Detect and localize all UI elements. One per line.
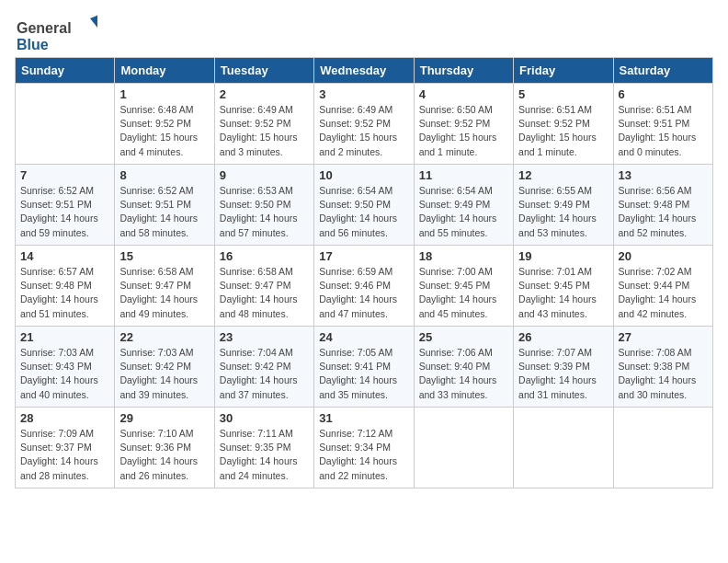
day-number: 7 xyxy=(20,168,109,182)
day-number: 4 xyxy=(419,87,508,101)
day-number: 11 xyxy=(419,168,508,182)
day-cell: 28Sunrise: 7:09 AM Sunset: 9:37 PM Dayli… xyxy=(16,408,115,488)
day-number: 2 xyxy=(220,87,309,101)
day-cell: 6Sunrise: 6:51 AM Sunset: 9:51 PM Daylig… xyxy=(613,84,712,165)
week-row-1: 7Sunrise: 6:52 AM Sunset: 9:51 PM Daylig… xyxy=(16,165,713,246)
calendar-table: SundayMondayTuesdayWednesdayThursdayFrid… xyxy=(15,57,713,488)
week-row-0: 1Sunrise: 6:48 AM Sunset: 9:52 PM Daylig… xyxy=(16,84,713,165)
day-cell xyxy=(613,408,712,488)
header: General Blue xyxy=(15,15,713,53)
day-info: Sunrise: 6:54 AM Sunset: 9:50 PM Dayligh… xyxy=(319,184,408,240)
day-info: Sunrise: 6:58 AM Sunset: 9:47 PM Dayligh… xyxy=(119,265,209,321)
day-info: Sunrise: 7:12 AM Sunset: 9:34 PM Dayligh… xyxy=(319,427,408,483)
day-number: 29 xyxy=(119,411,209,425)
day-number: 28 xyxy=(20,411,109,425)
day-cell: 24Sunrise: 7:05 AM Sunset: 9:41 PM Dayli… xyxy=(314,327,414,408)
day-info: Sunrise: 7:11 AM Sunset: 9:35 PM Dayligh… xyxy=(220,427,309,483)
day-number: 21 xyxy=(20,330,109,344)
weekday-tuesday: Tuesday xyxy=(214,58,313,84)
day-number: 27 xyxy=(619,330,708,344)
day-number: 3 xyxy=(319,87,408,101)
day-info: Sunrise: 6:54 AM Sunset: 9:49 PM Dayligh… xyxy=(419,184,508,240)
day-number: 15 xyxy=(119,249,209,263)
day-cell: 17Sunrise: 6:59 AM Sunset: 9:46 PM Dayli… xyxy=(314,246,414,327)
day-cell: 2Sunrise: 6:49 AM Sunset: 9:52 PM Daylig… xyxy=(214,84,313,165)
day-info: Sunrise: 7:08 AM Sunset: 9:38 PM Dayligh… xyxy=(619,346,708,402)
day-cell: 22Sunrise: 7:03 AM Sunset: 9:42 PM Dayli… xyxy=(115,327,214,408)
day-cell: 12Sunrise: 6:55 AM Sunset: 9:49 PM Dayli… xyxy=(514,165,613,246)
weekday-wednesday: Wednesday xyxy=(314,58,414,84)
day-number: 8 xyxy=(119,168,209,182)
day-cell: 7Sunrise: 6:52 AM Sunset: 9:51 PM Daylig… xyxy=(16,165,115,246)
day-cell: 18Sunrise: 7:00 AM Sunset: 9:45 PM Dayli… xyxy=(414,246,513,327)
day-info: Sunrise: 7:05 AM Sunset: 9:41 PM Dayligh… xyxy=(319,346,408,402)
day-cell: 4Sunrise: 6:50 AM Sunset: 9:52 PM Daylig… xyxy=(414,84,513,165)
day-cell: 31Sunrise: 7:12 AM Sunset: 9:34 PM Dayli… xyxy=(314,408,414,488)
weekday-saturday: Saturday xyxy=(613,58,712,84)
day-info: Sunrise: 7:07 AM Sunset: 9:39 PM Dayligh… xyxy=(518,346,608,402)
day-info: Sunrise: 7:09 AM Sunset: 9:37 PM Dayligh… xyxy=(20,427,109,483)
day-number: 30 xyxy=(220,411,309,425)
day-cell: 26Sunrise: 7:07 AM Sunset: 9:39 PM Dayli… xyxy=(514,327,613,408)
weekday-sunday: Sunday xyxy=(16,58,115,84)
day-cell: 20Sunrise: 7:02 AM Sunset: 9:44 PM Dayli… xyxy=(613,246,712,327)
day-info: Sunrise: 7:06 AM Sunset: 9:40 PM Dayligh… xyxy=(419,346,508,402)
day-info: Sunrise: 7:04 AM Sunset: 9:42 PM Dayligh… xyxy=(220,346,309,402)
day-number: 26 xyxy=(518,330,608,344)
day-info: Sunrise: 7:03 AM Sunset: 9:42 PM Dayligh… xyxy=(119,346,209,402)
day-cell: 11Sunrise: 6:54 AM Sunset: 9:49 PM Dayli… xyxy=(414,165,513,246)
day-number: 18 xyxy=(419,249,508,263)
day-number: 20 xyxy=(619,249,708,263)
day-cell: 13Sunrise: 6:56 AM Sunset: 9:48 PM Dayli… xyxy=(613,165,712,246)
day-info: Sunrise: 6:56 AM Sunset: 9:48 PM Dayligh… xyxy=(619,184,708,240)
day-number: 16 xyxy=(220,249,309,263)
weekday-header-row: SundayMondayTuesdayWednesdayThursdayFrid… xyxy=(16,58,713,84)
day-number: 10 xyxy=(319,168,408,182)
day-cell: 25Sunrise: 7:06 AM Sunset: 9:40 PM Dayli… xyxy=(414,327,513,408)
logo-svg: General Blue xyxy=(15,15,97,53)
day-number: 6 xyxy=(619,87,708,101)
week-row-2: 14Sunrise: 6:57 AM Sunset: 9:48 PM Dayli… xyxy=(16,246,713,327)
day-info: Sunrise: 6:50 AM Sunset: 9:52 PM Dayligh… xyxy=(419,103,508,159)
day-number: 9 xyxy=(220,168,309,182)
day-number: 13 xyxy=(619,168,708,182)
day-number: 24 xyxy=(319,330,408,344)
day-cell xyxy=(414,408,513,488)
day-info: Sunrise: 6:49 AM Sunset: 9:52 PM Dayligh… xyxy=(319,103,408,159)
day-cell: 14Sunrise: 6:57 AM Sunset: 9:48 PM Dayli… xyxy=(16,246,115,327)
day-info: Sunrise: 7:00 AM Sunset: 9:45 PM Dayligh… xyxy=(419,265,508,321)
day-number: 31 xyxy=(319,411,408,425)
weekday-friday: Friday xyxy=(514,58,613,84)
day-info: Sunrise: 6:51 AM Sunset: 9:51 PM Dayligh… xyxy=(619,103,708,159)
day-number: 17 xyxy=(319,249,408,263)
day-info: Sunrise: 6:48 AM Sunset: 9:52 PM Dayligh… xyxy=(119,103,209,159)
day-info: Sunrise: 6:52 AM Sunset: 9:51 PM Dayligh… xyxy=(20,184,109,240)
week-row-4: 28Sunrise: 7:09 AM Sunset: 9:37 PM Dayli… xyxy=(16,408,713,488)
weekday-monday: Monday xyxy=(115,58,214,84)
week-row-3: 21Sunrise: 7:03 AM Sunset: 9:43 PM Dayli… xyxy=(16,327,713,408)
day-number: 22 xyxy=(119,330,209,344)
day-number: 1 xyxy=(119,87,209,101)
day-cell: 8Sunrise: 6:52 AM Sunset: 9:51 PM Daylig… xyxy=(115,165,214,246)
day-cell: 21Sunrise: 7:03 AM Sunset: 9:43 PM Dayli… xyxy=(16,327,115,408)
day-cell: 23Sunrise: 7:04 AM Sunset: 9:42 PM Dayli… xyxy=(214,327,313,408)
day-info: Sunrise: 6:51 AM Sunset: 9:52 PM Dayligh… xyxy=(518,103,608,159)
day-info: Sunrise: 6:57 AM Sunset: 9:48 PM Dayligh… xyxy=(20,265,109,321)
day-info: Sunrise: 6:59 AM Sunset: 9:46 PM Dayligh… xyxy=(319,265,408,321)
day-info: Sunrise: 6:55 AM Sunset: 9:49 PM Dayligh… xyxy=(518,184,608,240)
day-info: Sunrise: 6:53 AM Sunset: 9:50 PM Dayligh… xyxy=(220,184,309,240)
svg-text:Blue: Blue xyxy=(17,37,49,52)
day-number: 25 xyxy=(419,330,508,344)
day-cell: 15Sunrise: 6:58 AM Sunset: 9:47 PM Dayli… xyxy=(115,246,214,327)
day-info: Sunrise: 7:03 AM Sunset: 9:43 PM Dayligh… xyxy=(20,346,109,402)
day-cell: 16Sunrise: 6:58 AM Sunset: 9:47 PM Dayli… xyxy=(214,246,313,327)
day-info: Sunrise: 6:49 AM Sunset: 9:52 PM Dayligh… xyxy=(220,103,309,159)
day-cell xyxy=(514,408,613,488)
day-cell: 19Sunrise: 7:01 AM Sunset: 9:45 PM Dayli… xyxy=(514,246,613,327)
day-number: 12 xyxy=(518,168,608,182)
day-info: Sunrise: 7:02 AM Sunset: 9:44 PM Dayligh… xyxy=(619,265,708,321)
day-cell: 27Sunrise: 7:08 AM Sunset: 9:38 PM Dayli… xyxy=(613,327,712,408)
day-cell: 10Sunrise: 6:54 AM Sunset: 9:50 PM Dayli… xyxy=(314,165,414,246)
day-info: Sunrise: 7:10 AM Sunset: 9:36 PM Dayligh… xyxy=(119,427,209,483)
day-cell: 1Sunrise: 6:48 AM Sunset: 9:52 PM Daylig… xyxy=(115,84,214,165)
